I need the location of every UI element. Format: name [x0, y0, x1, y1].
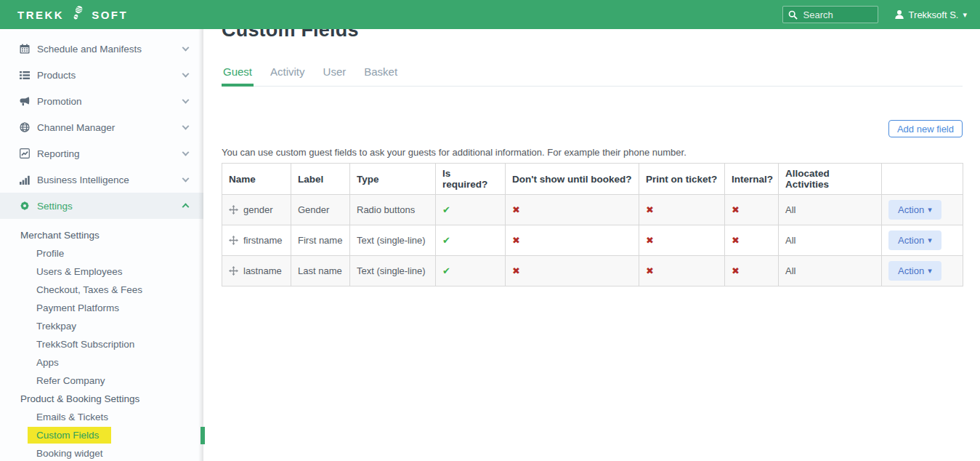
chevron-down-icon	[182, 175, 190, 183]
description-text: You can use custom guest fields to ask y…	[222, 147, 963, 158]
sidebar-item-label: Business Intelligence	[37, 175, 129, 185]
check-icon: ✔	[442, 235, 450, 246]
sidebar-item-label: Promotion	[37, 96, 82, 107]
cell-allocated-activities: All	[779, 195, 882, 225]
user-icon	[894, 9, 904, 20]
check-icon: ✔	[442, 204, 450, 215]
submenu-item-profile[interactable]: Profile	[0, 244, 203, 262]
sidebar: Schedule and Manifests Products	[0, 29, 203, 461]
logo[interactable]: TREKK SOFT	[17, 5, 128, 24]
submenu-item-apps[interactable]: Apps	[0, 353, 203, 372]
submenu-group-merchant-settings[interactable]: Merchant Settings	[0, 226, 203, 244]
sidebar-item-label: Reporting	[37, 148, 80, 159]
submenu-item-trekksoft-subscription[interactable]: TrekkSoft Subscription	[0, 335, 203, 353]
tab-bar: Guest Activity User Basket	[222, 60, 963, 87]
cell-allocated-activities: All	[779, 256, 882, 286]
bar-chart-icon	[18, 175, 31, 185]
cell-actions: Action ▾	[882, 225, 963, 256]
cell-dont-show: ✖	[506, 195, 639, 225]
app-header: TREKK SOFT	[0, 0, 980, 29]
chevron-down-icon	[182, 71, 190, 78]
cell-print-on-ticket: ✖	[639, 225, 725, 256]
sidebar-item-label: Settings	[37, 201, 73, 212]
cell-internal: ✖	[725, 256, 779, 286]
cell-name: firstname	[222, 225, 291, 256]
sidebar-item-promotion[interactable]: Promotion	[0, 88, 203, 114]
submenu-item-payment-platforms[interactable]: Payment Platforms	[0, 299, 203, 317]
footprint-icon	[70, 5, 85, 24]
submenu-item-booking-widget[interactable]: Booking widget	[0, 444, 203, 461]
sidebar-item-business-intelligence[interactable]: Business Intelligence	[0, 167, 203, 193]
cross-icon: ✖	[732, 235, 740, 246]
cross-icon: ✖	[732, 265, 740, 276]
cell-name: lastname	[222, 256, 291, 286]
cell-label: First name	[291, 225, 350, 256]
megaphone-icon	[18, 96, 31, 106]
sidebar-item-schedule-and-manifests[interactable]: Schedule and Manifests	[0, 36, 203, 62]
cell-internal: ✖	[725, 195, 779, 225]
table-row: lastname Last name Text (single-line) ✔ …	[222, 256, 963, 286]
cell-actions: Action ▾	[882, 256, 963, 286]
cross-icon: ✖	[646, 204, 654, 215]
settings-submenu: Merchant Settings Profile Users & Employ…	[0, 219, 203, 461]
submenu-item-checkout-taxes-fees[interactable]: Checkout, Taxes & Fees	[0, 281, 203, 299]
cell-is-required: ✔	[436, 225, 506, 256]
caret-down-icon: ▾	[928, 206, 932, 214]
line-chart-icon	[18, 148, 31, 159]
sidebar-item-reporting[interactable]: Reporting	[0, 140, 203, 167]
col-header-name: Name	[222, 164, 291, 195]
cross-icon: ✖	[512, 204, 520, 215]
search-input[interactable]	[802, 9, 872, 21]
col-header-type: Type	[350, 164, 436, 195]
sidebar-item-channel-manager[interactable]: Channel Manager	[0, 114, 203, 140]
tab-guest[interactable]: Guest	[222, 60, 254, 86]
cell-name: gender	[222, 195, 291, 225]
action-button[interactable]: Action ▾	[888, 200, 941, 220]
app-window: TREKK SOFT	[0, 0, 980, 461]
cell-internal: ✖	[725, 225, 779, 256]
sidebar-main-nav: Schedule and Manifests Products	[0, 29, 203, 219]
sidebar-item-settings[interactable]: Settings	[0, 193, 203, 219]
submenu-item-refer-company[interactable]: Refer Company	[0, 372, 203, 390]
caret-down-icon: ▾	[928, 236, 932, 244]
col-header-label: Label	[291, 164, 350, 195]
active-item-indicator	[201, 427, 205, 444]
cross-icon: ✖	[512, 265, 520, 276]
tab-user[interactable]: User	[322, 60, 348, 86]
user-menu[interactable]: Trekksoft S. ▾	[894, 9, 967, 20]
tab-basket[interactable]: Basket	[363, 60, 399, 86]
cell-is-required: ✔	[436, 195, 506, 225]
calendar-icon	[18, 44, 31, 54]
cross-icon: ✖	[732, 204, 740, 215]
sidebar-item-label: Products	[37, 70, 76, 81]
user-name: Trekksoft S.	[909, 9, 959, 20]
sidebar-item-label: Channel Manager	[37, 122, 115, 133]
action-button[interactable]: Action ▾	[888, 230, 941, 250]
toolbar: Add new field	[222, 120, 963, 137]
submenu-item-users-employees[interactable]: Users & Employees	[0, 262, 203, 281]
col-header-dont-show: Don't show until booked?	[506, 164, 639, 195]
action-button[interactable]: Action ▾	[888, 261, 941, 281]
submenu-item-trekkpay[interactable]: Trekkpay	[0, 317, 203, 335]
cell-label: Gender	[291, 195, 350, 225]
move-icon[interactable]	[229, 205, 238, 215]
submenu-group-product-booking-settings[interactable]: Product & Booking Settings	[0, 390, 203, 408]
submenu-item-custom-fields[interactable]: Custom Fields	[0, 426, 203, 444]
chevron-down-icon	[182, 97, 190, 104]
add-new-field-button[interactable]: Add new field	[888, 120, 963, 137]
cell-print-on-ticket: ✖	[639, 195, 725, 225]
move-icon[interactable]	[229, 266, 238, 276]
submenu-item-emails-tickets[interactable]: Emails & Tickets	[0, 408, 203, 426]
search-icon	[788, 10, 798, 20]
cell-dont-show: ✖	[506, 225, 639, 256]
custom-fields-table: Name Label Type Is required? Don't show …	[222, 163, 963, 286]
cell-type: Radio buttons	[350, 195, 436, 225]
sidebar-item-products[interactable]: Products	[0, 62, 203, 88]
gear-icon	[18, 201, 31, 211]
cell-type: Text (single-line)	[350, 225, 436, 256]
move-icon[interactable]	[229, 236, 238, 245]
search-box	[782, 6, 878, 23]
tab-activity[interactable]: Activity	[269, 60, 307, 86]
logo-text-soft: SOFT	[92, 9, 128, 21]
col-header-internal: Internal?	[725, 164, 779, 195]
